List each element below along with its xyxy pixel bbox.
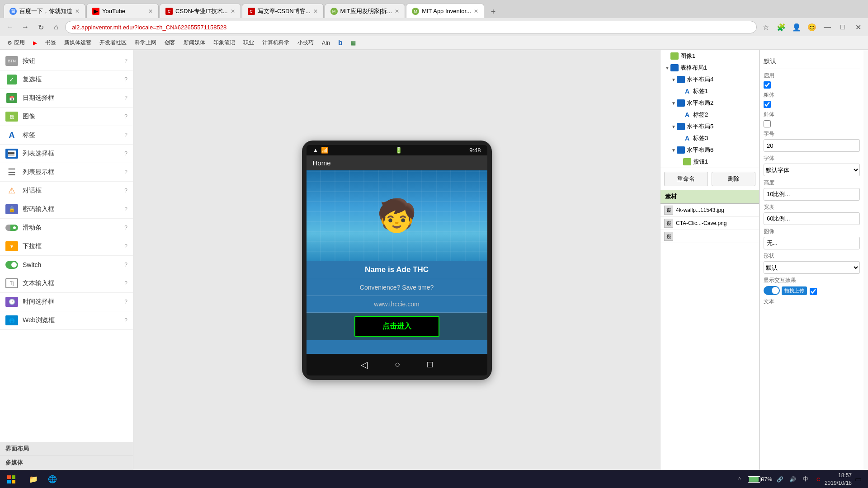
component-button[interactable]: BTN 按钮 ? [0,52,133,70]
phone-back-btn[interactable]: ◁ [361,359,368,370]
tree-item-horiz2[interactable]: ▼ 水平布局2 [667,97,759,109]
bookmark-b[interactable]: b [335,38,346,48]
tab-baidu[interactable]: 百 百度一下，你就知道 ✕ [4,4,85,18]
tree-item-table1[interactable]: ▼ 表格布局1 [660,62,759,74]
tree-toggle-horiz6[interactable]: ▼ [670,147,677,153]
listpicker-help-icon[interactable]: ? [124,150,127,157]
screen-enter-button[interactable]: 点击进入 [354,316,439,337]
bold-checkbox[interactable] [764,101,771,108]
height-input[interactable]: 10比例... [764,188,860,201]
component-password[interactable]: 🔒 密码输入框 ? [0,200,133,219]
tree-item-label2[interactable]: A 标签2 [673,109,759,121]
asset-item-1[interactable]: 🖼 4k-wallp...11543.jpg [660,204,759,217]
textinput-help-icon[interactable]: ? [124,280,127,286]
tray-up-arrow[interactable]: ^ [735,475,744,484]
enabled-checkbox[interactable] [764,81,771,89]
tray-input-icon[interactable]: 中 [801,475,810,484]
component-dialog[interactable]: ⚠ 对话框 ? [0,182,133,200]
minimize-button[interactable]: — [821,21,834,33]
tree-toggle-horiz4[interactable]: ▼ [670,76,677,83]
bookmark-evernote[interactable]: 印象笔记 [210,38,239,47]
bookmark-bookmarks[interactable]: 书签 [42,38,60,47]
tree-item-horiz5[interactable]: ▼ 水平布局5 [667,121,759,132]
tab-csdn2[interactable]: C 写文章-CSDN博客... ✕ [242,4,324,18]
mit-active-tab-close[interactable]: ✕ [474,8,478,14]
tree-toggle-horiz2[interactable]: ▼ [670,100,677,106]
taskbar-explorer[interactable]: 📁 [24,471,42,488]
bookmark-dev[interactable]: 开发者社区 [96,38,130,47]
password-help-icon[interactable]: ? [124,206,127,212]
tree-toggle-table1[interactable]: ▼ [664,65,670,71]
layout-section-header[interactable]: 界面布局 [0,442,133,456]
image-help-icon[interactable]: ? [124,113,127,120]
youtube-tab-close[interactable]: ✕ [148,8,153,14]
show-desktop-icon[interactable]: ▭ [854,475,863,484]
component-checkbox[interactable]: ✓ 复选框 ? [0,70,133,89]
component-listpicker[interactable]: 列表选择框 ? [0,145,133,163]
tray-csdn-icon[interactable]: C [814,475,823,484]
slider-help-icon[interactable]: ? [124,225,127,231]
bookmark-tips[interactable]: 小技巧 [294,38,317,47]
shape-select[interactable]: 默认 [764,261,860,274]
bookmark-maker[interactable]: 创客 [161,38,179,47]
fontsize-input[interactable]: 20 [764,139,860,152]
asset-item-2[interactable]: 🖼 CTA-Clic...-Cave.png [660,217,759,230]
new-tab-button[interactable]: + [487,5,500,18]
datepicker-help-icon[interactable]: ? [124,95,127,101]
spinner-help-icon[interactable]: ? [124,243,127,249]
bookmark-media[interactable]: 新媒体运营 [61,38,95,47]
tray-volume-icon[interactable]: 🔊 [788,475,797,484]
upload-drag-button[interactable]: 拖拽上传 [782,286,807,295]
phone-home-btn[interactable]: ○ [395,359,400,370]
dialog-help-icon[interactable]: ? [124,188,127,194]
forward-button[interactable]: → [19,21,32,33]
component-switch[interactable]: Switch ? [0,256,133,274]
component-slider[interactable]: 滑动条 ? [0,219,133,237]
emoji-icon[interactable]: 😊 [806,21,818,33]
component-datepicker[interactable]: 📅 日期选择框 ? [0,89,133,108]
tree-item-image1[interactable]: 图像1 [660,50,759,62]
webview-help-icon[interactable]: ? [124,317,127,324]
address-input[interactable] [65,21,757,33]
listview-help-icon[interactable]: ? [124,169,127,175]
mit-cn-tab-close[interactable]: ✕ [395,8,399,14]
timepicker-help-icon[interactable]: ? [124,299,127,305]
media-section-header[interactable]: 多媒体 [0,456,133,470]
tree-item-label3[interactable]: A 标签3 [673,132,759,144]
account-icon[interactable]: 👤 [790,21,803,33]
component-webview[interactable]: 🌐 Web浏览框 ? [0,311,133,330]
interaction-toggle[interactable] [764,286,780,295]
tab-mit-cn[interactable]: M MIT应用发明家|拆... ✕ [325,4,406,18]
switch-help-icon[interactable]: ? [124,262,127,268]
tree-item-horiz6[interactable]: ▼ 水平布局6 [667,144,759,156]
maximize-button[interactable]: □ [836,21,849,33]
italic-checkbox[interactable] [764,120,771,127]
bookmark-news[interactable]: 新闻媒体 [180,38,209,47]
baidu-tab-close[interactable]: ✕ [75,8,80,14]
tree-item-horiz4[interactable]: ▼ 水平布局4 [667,74,759,85]
component-spinner[interactable]: ▼ 下拉框 ? [0,237,133,256]
bookmark-apps[interactable]: ⚙应用 [4,38,28,47]
tab-mit-active[interactable]: M MIT App Inventor... ✕ [406,4,484,18]
interaction-checkbox[interactable] [810,288,817,295]
bookmark-yt[interactable]: ▶ [29,39,41,47]
csdn2-tab-close[interactable]: ✕ [313,8,318,14]
start-button[interactable] [0,470,23,488]
rename-button[interactable]: 重命名 [664,172,708,186]
component-image[interactable]: 🖼 图像 ? [0,108,133,126]
component-label[interactable]: A 标签 ? [0,126,133,145]
bookmark-ain[interactable]: AIn [318,39,334,47]
component-timepicker[interactable]: 🕐 时间选择框 ? [0,293,133,311]
extensions-icon[interactable]: 🧩 [775,21,788,33]
back-button[interactable]: ← [4,21,16,33]
width-input[interactable]: 60比例... [764,212,860,225]
font-select[interactable]: 默认字体 [764,164,860,176]
tab-csdn1[interactable]: C CSDN-专业IT技术... ✕ [160,4,241,18]
bookmark-cs[interactable]: 计算机科学 [259,38,293,47]
home-button[interactable]: ⌂ [50,21,62,33]
bookmark-science[interactable]: 科学上网 [131,38,160,47]
component-listview[interactable]: ☰ 列表显示框 ? [0,163,133,182]
delete-button[interactable]: 删除 [712,172,755,186]
tree-item-btn1[interactable]: 按钮1 [673,156,759,168]
tree-item-label1[interactable]: A 标签1 [673,85,759,97]
